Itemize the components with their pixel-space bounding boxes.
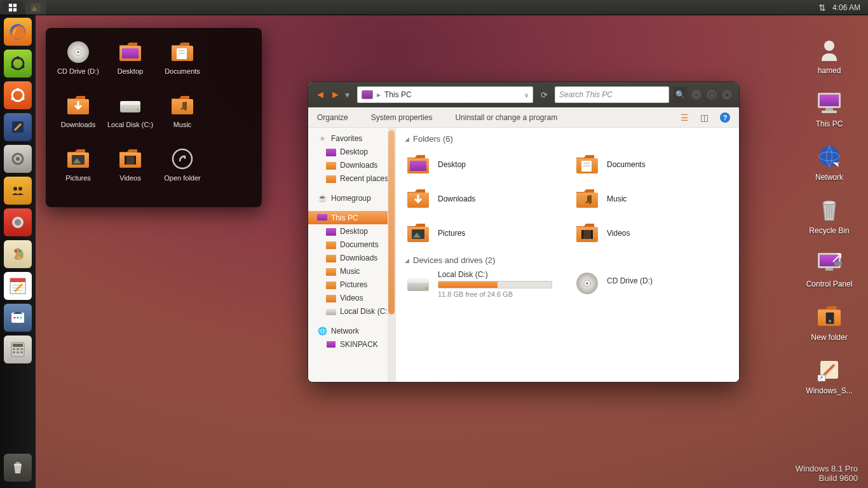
- folders-header[interactable]: ◢Folders (6): [405, 134, 739, 144]
- drive-label: CD Drive (D:): [607, 276, 653, 285]
- sidebar-item-desktop[interactable]: Desktop: [308, 145, 395, 158]
- search-input[interactable]: Search This PC: [555, 86, 669, 103]
- sidebar-sub-localdisk[interactable]: Local Disk (C:): [308, 304, 395, 318]
- svg-rect-90: [317, 214, 327, 220]
- drives-header[interactable]: ◢Devices and drives (2): [405, 255, 739, 265]
- sidebar-label: This PC: [331, 214, 358, 222]
- svg-rect-36: [13, 344, 23, 347]
- sidebar-network-item[interactable]: SKINPACK: [308, 337, 395, 351]
- scrollbar-thumb[interactable]: [388, 130, 395, 315]
- folder-desktop[interactable]: Desktop: [405, 149, 564, 180]
- window-titlebar[interactable]: ◄ ► ▾ ▸ This PC ∨ ⟳ Search This PC 🔍 – ▢…: [308, 82, 739, 107]
- launcher-firefox[interactable]: [4, 18, 32, 46]
- content-pane: ◢Folders (6) Desktop Documents Downloads…: [396, 128, 739, 382]
- nav-back-icon[interactable]: ◄: [315, 89, 326, 100]
- address-bar[interactable]: ▸ This PC ∨: [357, 86, 533, 103]
- launcher-calculator[interactable]: [4, 336, 32, 363]
- sidebar-favorites[interactable]: ★Favorites: [308, 132, 395, 145]
- organize-menu[interactable]: Organize: [317, 113, 348, 122]
- chevron-down-icon[interactable]: ∨: [524, 92, 529, 98]
- launcher-ubuntu-dash[interactable]: [4, 81, 32, 109]
- sidebar-sub-desktop[interactable]: Desktop: [308, 224, 395, 238]
- desktop-network[interactable]: Network: [801, 142, 858, 182]
- desktop-user[interactable]: hamed: [801, 36, 858, 75]
- svg-point-25: [18, 257, 20, 259]
- drive-cd[interactable]: CD Drive (D:): [574, 270, 733, 298]
- svg-point-10: [22, 65, 25, 69]
- sidebar-sub-videos[interactable]: Videos: [308, 291, 395, 304]
- folder-icon: [326, 294, 336, 302]
- folder-documents[interactable]: Documents: [574, 149, 733, 180]
- sidebar-label: Desktop: [340, 147, 368, 156]
- start-button[interactable]: [3, 1, 23, 15]
- sidebar-sub-pictures[interactable]: Pictures: [308, 278, 395, 291]
- sidebar-sub-downloads[interactable]: Downloads: [308, 251, 395, 264]
- launcher-office[interactable]: [4, 304, 32, 332]
- view-details-icon[interactable]: ☰: [681, 112, 689, 123]
- cd-icon: [574, 270, 600, 297]
- svg-point-32: [14, 317, 16, 319]
- minimize-button[interactable]: –: [691, 89, 702, 100]
- system-properties-button[interactable]: System properties: [371, 113, 433, 122]
- popup-item-downloads[interactable]: Downloads: [52, 90, 104, 141]
- popup-item-openfolder[interactable]: Open folder: [156, 144, 208, 194]
- taskbar-app[interactable]: [25, 1, 46, 15]
- clock[interactable]: 4:06 AM: [832, 3, 860, 12]
- folder-videos[interactable]: Videos: [574, 217, 733, 249]
- folder-icon: [326, 147, 336, 156]
- popup-item-music[interactable]: Music: [156, 90, 208, 141]
- sidebar-label: Videos: [340, 294, 363, 302]
- watermark-line: Windows 8.1 Pro: [796, 464, 858, 473]
- popup-label: Documents: [165, 67, 200, 75]
- launcher-ubuntu-software[interactable]: [4, 50, 32, 78]
- scrollbar-track[interactable]: [388, 128, 395, 382]
- maximize-button[interactable]: ▢: [706, 89, 717, 100]
- popup-item-pictures[interactable]: Pictures: [52, 144, 104, 194]
- popup-item-localdisk[interactable]: Local Disk (C:): [104, 90, 156, 141]
- sidebar-thispc[interactable]: This PC: [308, 211, 395, 224]
- sidebar-sub-documents[interactable]: Documents: [308, 238, 395, 251]
- launcher-editor[interactable]: [4, 113, 32, 141]
- sidebar-homegroup[interactable]: ☕Homegroup: [308, 191, 395, 205]
- network-indicator-icon[interactable]: ⇅: [818, 3, 826, 13]
- folder-icon: [815, 302, 843, 330]
- svg-rect-91: [326, 228, 336, 236]
- popup-item-desktop[interactable]: Desktop: [104, 37, 156, 88]
- sidebar-network[interactable]: 🌐Network: [308, 324, 395, 337]
- sidebar-label: Desktop: [340, 227, 368, 236]
- sidebar-item-downloads[interactable]: Downloads: [308, 158, 395, 172]
- nav-forward-icon[interactable]: ►: [330, 89, 341, 100]
- nav-up-icon[interactable]: ▾: [345, 90, 349, 100]
- search-button[interactable]: 🔍: [673, 86, 687, 103]
- desktop-recyclebin[interactable]: Recycle Bin: [801, 196, 858, 235]
- folder-music[interactable]: Music: [574, 183, 733, 215]
- popup-item-cddrive[interactable]: CD Drive (D:): [52, 37, 104, 88]
- sidebar-sub-music[interactable]: Music: [308, 264, 395, 278]
- launcher-appearance[interactable]: [4, 240, 32, 268]
- launcher-apps[interactable]: [4, 208, 32, 236]
- desktop-newfolder[interactable]: New folder: [801, 302, 858, 342]
- desktop-thispc[interactable]: This PC: [801, 89, 858, 128]
- sidebar-item-recent[interactable]: Recent places: [308, 172, 395, 185]
- refresh-icon[interactable]: ⟳: [537, 90, 551, 100]
- desktop-shortcut[interactable]: Windows_S...: [801, 356, 858, 395]
- svg-rect-80: [825, 268, 833, 271]
- folder-downloads[interactable]: Downloads: [405, 183, 564, 215]
- folder-pictures[interactable]: Pictures: [405, 217, 564, 249]
- svg-rect-69: [820, 95, 839, 106]
- svg-rect-115: [407, 278, 429, 283]
- desktop-controlpanel[interactable]: Control Panel: [801, 249, 858, 288]
- folder-icon: [574, 151, 600, 178]
- svg-rect-38: [17, 348, 19, 350]
- launcher-users[interactable]: [4, 177, 32, 205]
- close-button[interactable]: ✕: [721, 89, 733, 100]
- uninstall-button[interactable]: Uninstall or change a program: [455, 113, 557, 122]
- help-icon[interactable]: ?: [720, 112, 730, 123]
- view-preview-icon[interactable]: ◫: [700, 112, 709, 123]
- drive-localdisk[interactable]: Local Disk (C:) 11.8 GB free of 24.6 GB: [405, 270, 564, 298]
- launcher-trash[interactable]: [4, 454, 32, 482]
- popup-item-videos[interactable]: Videos: [104, 144, 156, 194]
- launcher-settings[interactable]: [4, 145, 32, 173]
- popup-item-documents[interactable]: Documents: [156, 37, 208, 88]
- launcher-notes[interactable]: [4, 272, 32, 300]
